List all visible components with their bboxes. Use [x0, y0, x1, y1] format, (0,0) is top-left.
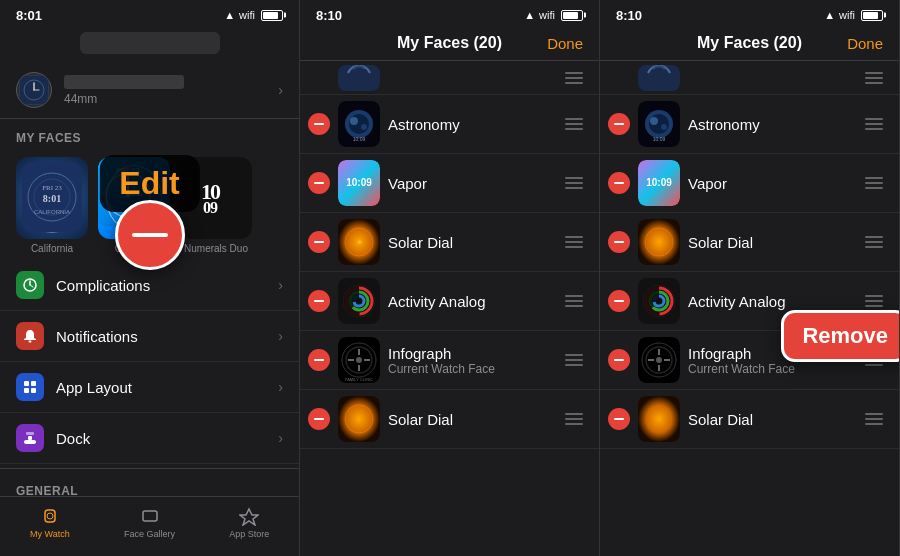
remove-btn-solar1-3[interactable]	[608, 231, 630, 253]
face-thumb-astronomy-2: 10:09	[338, 101, 380, 147]
remove-btn-activity-2[interactable]	[308, 290, 330, 312]
phone1-header	[0, 28, 299, 62]
remove-btn-vapor-2[interactable]	[308, 172, 330, 194]
svg-rect-91	[638, 396, 680, 442]
drag-solar2-3[interactable]	[861, 409, 887, 429]
status-icons-2: ▲ wifi	[524, 9, 583, 21]
svg-point-37	[350, 117, 358, 125]
tab-bar-1: My Watch Face Gallery App Store	[0, 496, 299, 556]
face-thumb-astronomy-3: 10:09	[638, 101, 680, 147]
face-row-solar2-3[interactable]: Solar Dial	[600, 390, 899, 449]
tab-face-gallery[interactable]: Face Gallery	[100, 505, 200, 539]
face-name-astronomy-3: Astronomy	[688, 116, 853, 133]
remove-tooltip[interactable]: Remove	[781, 310, 900, 362]
face-img-california: FRI 23 8:01 CALIFORNIA	[16, 157, 88, 239]
remove-btn-astronomy-2[interactable]	[308, 113, 330, 135]
partial-drag-2	[561, 68, 587, 88]
remove-btn-activity-3[interactable]	[608, 290, 630, 312]
status-time-1: 8:01	[16, 8, 42, 23]
wifi-icon-2: wifi	[539, 9, 555, 21]
notifications-chevron: ›	[278, 328, 283, 344]
phone-3: 8:10 ▲ wifi My Faces (20) Done 10:09	[600, 0, 900, 556]
drag-activity-2[interactable]	[561, 291, 587, 311]
faces-list-2: 10:09 Astronomy 10:09 Vapor	[300, 61, 599, 547]
app-store-icon	[238, 505, 260, 527]
face-row-vapor-3[interactable]: 10:09 Vapor	[600, 154, 899, 213]
watch-face-california[interactable]: FRI 23 8:01 CALIFORNIA California	[16, 157, 88, 254]
remove-btn-infograph-3[interactable]	[608, 349, 630, 371]
drag-astronomy-2[interactable]	[561, 114, 587, 134]
face-label-california: California	[16, 243, 88, 254]
tab-my-watch[interactable]: My Watch	[0, 505, 100, 539]
svg-rect-25	[24, 388, 29, 393]
drag-solar1-2[interactable]	[561, 232, 587, 252]
partial-drag-3	[861, 68, 887, 88]
app-layout-chevron: ›	[278, 379, 283, 395]
face-thumb-activity-3	[638, 278, 680, 324]
face-info-infograph-2: Infograph Current Watch Face	[388, 345, 553, 376]
svg-rect-62	[338, 396, 380, 442]
drag-activity-3[interactable]	[861, 291, 887, 311]
remove-btn-solar2-2[interactable]	[308, 408, 330, 430]
face-row-solar1-3[interactable]: Solar Dial	[600, 213, 899, 272]
face-thumb-solar2-2	[338, 396, 380, 442]
face-row-activity-2[interactable]: Activity Analog	[300, 272, 599, 331]
remove-btn-infograph-2[interactable]	[308, 349, 330, 371]
menu-notifications[interactable]: Notifications ›	[0, 311, 299, 362]
face-row-solar1-2[interactable]: ☀ Solar Dial	[300, 213, 599, 272]
face-row-astronomy-3[interactable]: 10:09 Astronomy	[600, 95, 899, 154]
faces-done-3[interactable]: Done	[847, 35, 883, 52]
tab-face-gallery-label: Face Gallery	[124, 529, 175, 539]
drag-solar1-3[interactable]	[861, 232, 887, 252]
drag-solar2-2[interactable]	[561, 409, 587, 429]
svg-text:10:09: 10:09	[653, 136, 666, 142]
remove-btn-astronomy-3[interactable]	[608, 113, 630, 135]
watch-device-row[interactable]: 44mm ›	[0, 62, 299, 119]
svg-rect-24	[31, 381, 36, 386]
app-layout-icon	[16, 373, 44, 401]
signal-icon-1: ▲	[224, 9, 235, 21]
battery-icon-1	[261, 10, 283, 21]
face-row-solar2-2[interactable]: Solar Dial	[300, 390, 599, 449]
faces-header-3: My Faces (20) Done	[600, 28, 899, 61]
face-thumb-vapor-3: 10:09	[638, 160, 680, 206]
svg-rect-64	[638, 65, 680, 91]
remove-btn-solar2-3[interactable]	[608, 408, 630, 430]
watch-face-preview	[19, 75, 49, 105]
svg-text:10:09: 10:09	[346, 177, 372, 188]
remove-btn-vapor-3[interactable]	[608, 172, 630, 194]
blurred-title	[80, 32, 220, 54]
face-row-astronomy-2[interactable]: 10:09 Astronomy	[300, 95, 599, 154]
menu-dock[interactable]: Dock ›	[0, 413, 299, 464]
remove-btn-solar1-2[interactable]	[308, 231, 330, 253]
partial-thumb-2	[338, 65, 380, 91]
drag-astronomy-3[interactable]	[861, 114, 887, 134]
svg-rect-33	[338, 65, 380, 91]
face-thumb-solar2-3	[638, 396, 680, 442]
face-info-activity-3: Activity Analog	[688, 293, 853, 310]
menu-app-layout[interactable]: App Layout ›	[0, 362, 299, 413]
drag-infograph-2[interactable]	[561, 350, 587, 370]
face-info-solar1-3: Solar Dial	[688, 234, 853, 251]
svg-text:10:09: 10:09	[353, 136, 366, 142]
face-info-activity-2: Activity Analog	[388, 293, 553, 310]
face-row-vapor-2[interactable]: 10:09 Vapor	[300, 154, 599, 213]
drag-vapor-2[interactable]	[561, 173, 587, 193]
faces-done-2[interactable]: Done	[547, 35, 583, 52]
signal-icon-3: ▲	[824, 9, 835, 21]
face-thumb-solar1-3	[638, 219, 680, 265]
face-row-infograph-2[interactable]: FAMILY CLINIC Infograph Current Watch Fa…	[300, 331, 599, 390]
watch-device-chevron: ›	[278, 82, 283, 98]
big-minus-button[interactable]	[115, 200, 185, 270]
svg-point-68	[650, 117, 658, 125]
phone-2: 8:10 ▲ wifi My Faces (20) Done 10:09	[300, 0, 600, 556]
svg-rect-28	[28, 436, 32, 440]
drag-vapor-3[interactable]	[861, 173, 887, 193]
face-info-solar2-2: Solar Dial	[388, 411, 553, 428]
app-layout-label: App Layout	[56, 379, 266, 396]
svg-point-60	[356, 357, 362, 363]
faces-header-2: My Faces (20) Done	[300, 28, 599, 61]
tab-app-store[interactable]: App Store	[199, 505, 299, 539]
dock-label: Dock	[56, 430, 266, 447]
face-gallery-icon	[139, 505, 161, 527]
